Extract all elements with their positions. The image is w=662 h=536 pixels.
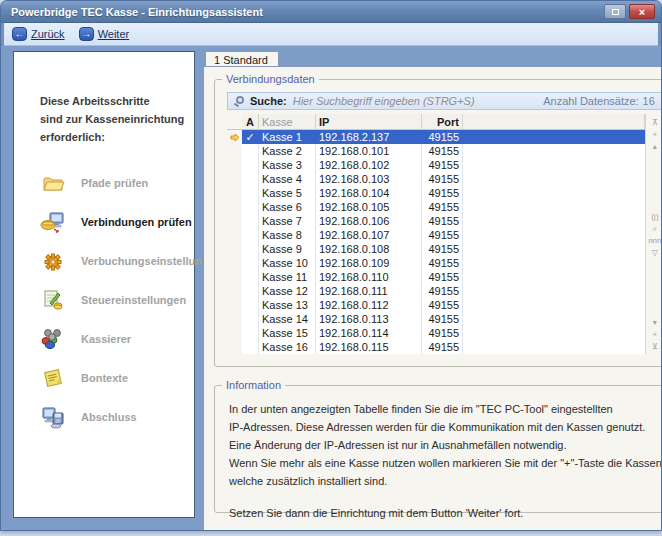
move-last-icon[interactable]: ⊻ [648, 340, 662, 352]
row-indicator-cell [227, 326, 242, 340]
step-label: Verbuchungseinstellungen [81, 255, 222, 267]
row-indicator-cell [227, 200, 242, 214]
info-line: Eine Änderung der IP-Adressen ist nur in… [229, 436, 662, 454]
edit-icon[interactable]: (|) [648, 210, 662, 222]
table-row[interactable]: ✓ Kasse 1 192.168.2.137 49155 [227, 130, 645, 144]
row-indicator-cell [227, 270, 242, 284]
cell-filler [463, 298, 645, 312]
tab-page: Verbindungsdaten Suche: Hier Suchbegriff… [203, 66, 662, 531]
text-icon[interactable]: nnn [648, 234, 662, 246]
table-row[interactable]: Kasse 11 192.168.0.110 49155 [227, 270, 645, 284]
row-indicator-cell [227, 130, 242, 144]
cell-filler [463, 144, 645, 158]
cell-filler [463, 130, 645, 144]
content-area: Diese Arbeitsschritte sind zur Kassenein… [1, 46, 661, 531]
window-title: Powerbridge TEC Kasse - Einrichtungsassi… [11, 6, 601, 18]
table-row[interactable]: Kasse 10 192.168.0.109 49155 [227, 256, 645, 270]
cell-kasse: Kasse 16 [259, 340, 316, 354]
step-bontexte[interactable]: Bontexte [40, 365, 186, 391]
gear-icon [40, 248, 66, 274]
cell-active [242, 242, 259, 256]
connection-icon [40, 209, 66, 235]
page-up-icon[interactable]: + [648, 128, 662, 140]
close-button[interactable]: × [629, 4, 655, 19]
cell-kasse: Kasse 15 [259, 326, 316, 340]
step-verbindungen-pruefen[interactable]: Verbindungen prüfen [40, 209, 186, 235]
step-label: Pfade prüfen [81, 177, 148, 189]
step-label: Bontexte [81, 372, 128, 384]
cell-active [242, 144, 259, 158]
step-label: Abschluss [81, 411, 137, 423]
step-pfade-pruefen[interactable]: Pfade prüfen [40, 170, 186, 196]
maximize-button[interactable] [604, 4, 626, 19]
titlebar: Powerbridge TEC Kasse - Einrichtungsassi… [1, 1, 661, 23]
search-icon [236, 96, 244, 104]
tab-strip: 1 Standard [203, 51, 662, 66]
info-line: Wenn Sie mehr als eine Kasse nutzen woll… [229, 454, 662, 472]
row-indicator-cell [227, 144, 242, 158]
tab-standard[interactable]: 1 Standard [205, 51, 279, 66]
cell-kasse: Kasse 4 [259, 172, 316, 186]
table-row[interactable]: Kasse 3 192.168.0.102 49155 [227, 158, 645, 172]
cell-kasse: Kasse 5 [259, 186, 316, 200]
table-row[interactable]: Kasse 6 192.168.0.105 49155 [227, 200, 645, 214]
step-abschluss[interactable]: Abschluss [40, 404, 186, 430]
cell-kasse: Kasse 14 [259, 312, 316, 326]
move-first-icon[interactable]: ⊼ [648, 116, 662, 128]
search-input[interactable]: Hier Suchbegriff eingeben (STRG+S) [293, 95, 538, 107]
table-row[interactable]: Kasse 15 192.168.0.114 49155 [227, 326, 645, 340]
cell-kasse: Kasse 6 [259, 200, 316, 214]
table-row[interactable]: Kasse 5 192.168.0.104 49155 [227, 186, 645, 200]
cell-port: 49155 [422, 270, 463, 284]
header-indicator-cell [227, 114, 242, 129]
row-indicator-cell [227, 186, 242, 200]
cell-active [242, 200, 259, 214]
cell-active [242, 256, 259, 270]
table-row[interactable]: Kasse 4 192.168.0.103 49155 [227, 172, 645, 186]
cell-filler [463, 256, 645, 270]
table-row[interactable]: Kasse 8 192.168.0.107 49155 [227, 228, 645, 242]
cell-ip: 192.168.0.110 [316, 270, 422, 284]
row-indicator-cell [227, 284, 242, 298]
row-indicator-cell [227, 214, 242, 228]
table-row[interactable]: Kasse 13 192.168.0.112 49155 [227, 298, 645, 312]
move-next-icon[interactable]: ▾ [648, 316, 662, 328]
tax-document-icon [40, 287, 66, 313]
row-indicator-cell [227, 242, 242, 256]
table-row[interactable]: Kasse 9 192.168.0.108 49155 [227, 242, 645, 256]
information-groupbox: Information In der unten angezeigten Tab… [214, 385, 662, 513]
cell-filler [463, 158, 645, 172]
cell-active [242, 270, 259, 284]
next-button[interactable]: → Weiter [79, 27, 130, 41]
cell-active [242, 172, 259, 186]
cell-port: 49155 [422, 298, 463, 312]
grid-navigator: ⊼+▴(|)⌕nnn▽▾+⊻ [646, 114, 662, 354]
search-bar[interactable]: Suche: Hier Suchbegriff eingeben (STRG+S… [227, 92, 662, 110]
cell-port: 49155 [422, 228, 463, 242]
cell-ip: 192.168.0.109 [316, 256, 422, 270]
table-row[interactable]: Kasse 12 192.168.0.111 49155 [227, 284, 645, 298]
cell-filler [463, 228, 645, 242]
step-kassierer[interactable]: Kassierer [40, 326, 186, 352]
step-verbuchungseinstellungen[interactable]: Verbuchungseinstellungen [40, 248, 186, 274]
cell-port: 49155 [422, 214, 463, 228]
page-down-icon[interactable]: + [648, 328, 662, 340]
column-header-a[interactable]: A [242, 114, 259, 129]
cell-port: 49155 [422, 242, 463, 256]
filter-icon[interactable]: ▽ [648, 246, 662, 258]
cell-port: 49155 [422, 284, 463, 298]
column-header-port[interactable]: Port [422, 114, 463, 129]
table-row[interactable]: Kasse 14 192.168.0.113 49155 [227, 312, 645, 326]
row-indicator-cell [227, 340, 242, 354]
table-row[interactable]: Kasse 7 192.168.0.106 49155 [227, 214, 645, 228]
step-steuereinstellungen[interactable]: Steuereinstellungen [40, 287, 186, 313]
back-button[interactable]: ← Zurück [12, 27, 65, 41]
move-prev-icon[interactable]: ▴ [648, 140, 662, 152]
cell-ip: 192.168.0.102 [316, 158, 422, 172]
column-header-kasse[interactable]: Kasse [259, 114, 316, 129]
table-row[interactable]: Kasse 2 192.168.0.101 49155 [227, 144, 645, 158]
table-row[interactable]: Kasse 16 192.168.0.115 49155 [227, 340, 645, 354]
search-icon[interactable]: ⌕ [648, 222, 662, 234]
cell-port: 49155 [422, 256, 463, 270]
column-header-ip[interactable]: IP [316, 114, 422, 129]
